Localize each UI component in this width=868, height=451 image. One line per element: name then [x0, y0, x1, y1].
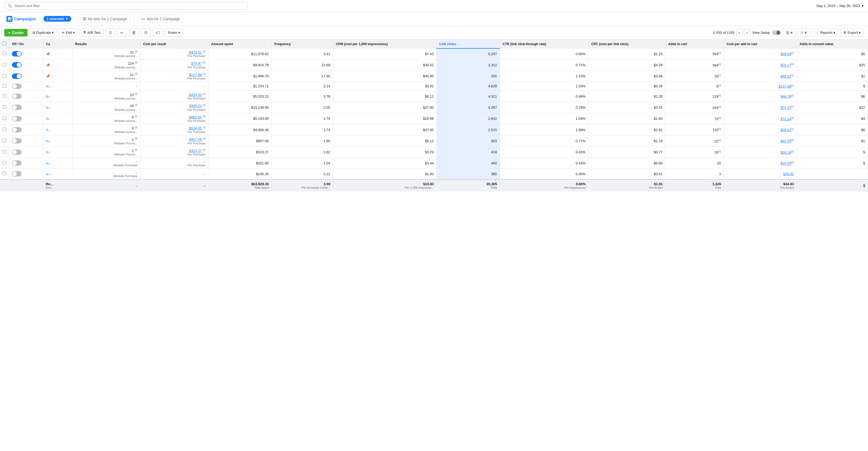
campaign-abbr[interactable]: to... [46, 106, 52, 110]
row-toggle-cell[interactable] [9, 48, 43, 59]
row-ca-cell[interactable]: to... [43, 146, 72, 158]
row-checkbox[interactable] [3, 74, 6, 78]
toggle-switch[interactable] [12, 84, 22, 89]
col-checkbox[interactable] [0, 39, 9, 48]
row-checkbox-cell[interactable] [0, 59, 9, 71]
row-checkbox[interactable] [3, 150, 6, 153]
row-checkbox[interactable] [3, 94, 6, 97]
col-results[interactable]: Results [72, 39, 141, 48]
edit-button[interactable]: ✏ Edit ▾ [59, 29, 78, 36]
select-all-checkbox[interactable] [3, 41, 6, 45]
cost-per-add-value[interactable]: $38.09 [780, 52, 791, 56]
row-ca-cell[interactable]: to... [43, 158, 72, 168]
row-checkbox[interactable] [3, 161, 6, 164]
toggle-switch[interactable] [12, 160, 22, 166]
row-checkbox[interactable] [3, 172, 6, 175]
cost-per-add-value[interactable]: $46.78 [780, 94, 791, 98]
campaign-abbr[interactable]: to... [46, 116, 52, 120]
cpr-link[interactable]: $534.05 [189, 126, 202, 130]
adsets-nav-link[interactable]: ⊞ Ad sets for 1 Campaign [80, 15, 130, 23]
pin-icon[interactable]: 📌 [46, 52, 50, 56]
row-toggle-cell[interactable] [9, 82, 43, 91]
toggle-switch[interactable] [12, 149, 22, 155]
ab-test-button[interactable]: ⚗ A/B Test [80, 29, 103, 36]
col-adds-to-cart[interactable]: Adds to cart [665, 39, 724, 48]
view-setup[interactable]: View Setup [752, 30, 781, 35]
delete-button[interactable]: 🗑 [129, 28, 139, 37]
row-toggle-cell[interactable] [9, 71, 43, 82]
row-checkbox-cell[interactable] [0, 82, 9, 91]
tag-button[interactable]: 🏷 [153, 28, 163, 37]
create-button[interactable]: + Create [4, 29, 28, 36]
row-checkbox-cell[interactable] [0, 113, 9, 124]
row-toggle-cell[interactable] [9, 102, 43, 113]
cpr-link[interactable]: $957.06 [189, 138, 202, 142]
row-ca-cell[interactable]: to... [43, 91, 72, 102]
search-box[interactable]: 🔍 Search and filter [4, 2, 247, 10]
toggle-switch[interactable] [12, 105, 22, 110]
pin-icon[interactable]: 📌 [46, 63, 50, 67]
col-link-clicks[interactable]: Link clicks↓ [437, 39, 500, 48]
selected-badge[interactable]: 1 selected ✕ [43, 16, 71, 22]
row-toggle-cell[interactable] [9, 168, 43, 179]
col-ctr[interactable]: CTR (link click-through rate) [500, 39, 588, 48]
row-toggle-cell[interactable] [9, 124, 43, 135]
toggle-switch[interactable] [12, 62, 22, 67]
ads-nav-link[interactable]: ▭ Ads for 1 Campaign [138, 15, 183, 23]
toggle-switch[interactable] [12, 116, 22, 121]
duplicate-button[interactable]: ⧉ Duplicate ▾ [30, 29, 57, 37]
toggle-switch[interactable] [12, 127, 22, 133]
col-cost-per-result[interactable]: Cost per result [141, 39, 209, 48]
campaign-abbr[interactable]: A... [46, 128, 51, 132]
col-cpc[interactable]: CPC (cost per link click) [588, 39, 665, 48]
row-checkbox-cell[interactable] [0, 48, 9, 59]
row-checkbox-cell[interactable] [0, 168, 9, 179]
date-range-picker[interactable]: Sep 1, 2023 – Sep 30, 2023 ▾ [816, 4, 864, 8]
row-checkbox[interactable] [3, 52, 6, 55]
row-checkbox-cell[interactable] [0, 91, 9, 102]
row-checkbox-cell[interactable] [0, 136, 9, 146]
row-checkbox[interactable] [3, 128, 6, 131]
toggle-switch[interactable] [12, 74, 22, 79]
row-ca-cell[interactable]: 📌 [43, 71, 72, 82]
row-checkbox[interactable] [3, 105, 6, 109]
col-cost-per-add[interactable]: Cost per add to cart [724, 39, 797, 48]
row-checkbox[interactable] [3, 139, 6, 142]
row-ca-cell[interactable]: to... [43, 82, 72, 91]
cost-per-add-value[interactable]: $16.09 [780, 162, 791, 166]
row-checkbox[interactable] [3, 63, 6, 66]
row-toggle-cell[interactable] [9, 158, 43, 168]
columns-button[interactable]: ⊞ ▾ [783, 28, 796, 37]
view-setup-toggle[interactable] [772, 30, 781, 35]
col-adds-convert[interactable]: Adds to convert value [797, 39, 868, 48]
campaign-abbr[interactable]: to... [46, 94, 52, 98]
row-checkbox-cell[interactable] [0, 71, 9, 82]
col-frequency[interactable]: Frequency [272, 39, 333, 48]
cpr-link[interactable]: $946.24 [189, 104, 202, 108]
cost-per-add-value[interactable]: $36.41 [780, 128, 791, 132]
toggle-switch[interactable] [12, 93, 22, 99]
row-ca-cell[interactable]: to... [43, 102, 72, 113]
cost-per-add-value[interactable]: $78.45 [783, 172, 794, 176]
row-toggle-cell[interactable] [9, 136, 43, 146]
col-cpm[interactable]: CPM (cost per 1,000 impressions) [333, 39, 437, 48]
cpr-link[interactable]: $79.97 [191, 62, 202, 66]
row-checkbox-cell[interactable] [0, 124, 9, 135]
campaign-abbr[interactable]: to... [46, 150, 52, 154]
cost-per-add-value[interactable]: $16.16 [780, 150, 791, 154]
rules-button[interactable]: Rules ▾ [165, 29, 183, 36]
cost-per-add-value[interactable]: $25.17 [780, 63, 791, 67]
export-button[interactable]: ⬇ Export ▾ [840, 29, 864, 36]
campaign-abbr[interactable]: to... [46, 172, 52, 176]
pagination-prev[interactable]: ‹ [736, 29, 742, 36]
toggle-switch[interactable] [12, 171, 22, 176]
row-ca-cell[interactable]: 📌 [43, 59, 72, 71]
campaign-abbr[interactable]: to... [46, 161, 52, 165]
pin-icon[interactable]: 📌 [46, 74, 50, 78]
undo-button[interactable]: ↩ [117, 28, 127, 37]
row-toggle-cell[interactable] [9, 59, 43, 71]
archive-button[interactable]: ⊙ [105, 28, 115, 37]
cost-per-add-value[interactable]: $48.51 [780, 74, 791, 78]
campaign-abbr[interactable]: to... [46, 139, 52, 143]
cpr-link[interactable]: $127.88 [189, 73, 202, 77]
